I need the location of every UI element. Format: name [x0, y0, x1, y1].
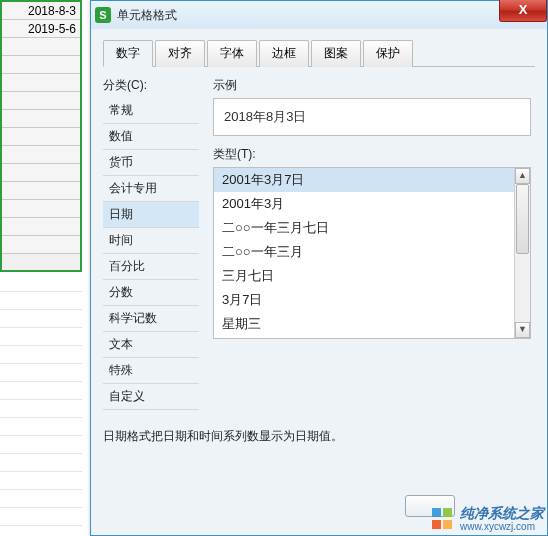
cell[interactable]: [2, 38, 80, 56]
category-label: 分类(C):: [103, 77, 199, 94]
category-item-percentage[interactable]: 百分比: [103, 254, 199, 280]
tab-alignment[interactable]: 对齐: [155, 40, 205, 67]
tab-font[interactable]: 字体: [207, 40, 257, 67]
cell[interactable]: [2, 92, 80, 110]
format-cells-dialog: S 单元格格式 X 数字 对齐 字体 边框 图案 保护 分类(C): 常规 数值…: [90, 0, 548, 536]
scroll-track[interactable]: [515, 184, 530, 322]
type-item[interactable]: 星期三: [214, 312, 514, 336]
category-item-custom[interactable]: 自定义: [103, 384, 199, 410]
cell[interactable]: [2, 56, 80, 74]
app-icon: S: [95, 7, 111, 23]
type-item[interactable]: 二○○一年三月七日: [214, 216, 514, 240]
cell[interactable]: [2, 182, 80, 200]
category-item-general[interactable]: 常规: [103, 98, 199, 124]
cell[interactable]: [2, 200, 80, 218]
cell[interactable]: [2, 218, 80, 236]
watermark-name: 纯净系统之家: [460, 506, 544, 521]
tab-protection[interactable]: 保护: [363, 40, 413, 67]
cell[interactable]: [2, 236, 80, 254]
cell[interactable]: 2019-5-6: [2, 20, 80, 38]
type-item[interactable]: 二○○一年三月: [214, 240, 514, 264]
type-item[interactable]: 3月7日: [214, 288, 514, 312]
sample-label: 示例: [213, 77, 531, 94]
category-item-accounting[interactable]: 会计专用: [103, 176, 199, 202]
titlebar[interactable]: S 单元格格式 X: [91, 1, 547, 29]
category-item-currency[interactable]: 货币: [103, 150, 199, 176]
type-item[interactable]: 2001年3月7日: [214, 168, 514, 192]
type-list-scrollbar[interactable]: ▲ ▼: [514, 168, 530, 338]
type-list[interactable]: 2001年3月7日 2001年3月 二○○一年三月七日 二○○一年三月 三月七日…: [213, 167, 531, 339]
cell[interactable]: 2018-8-3: [2, 2, 80, 20]
cell[interactable]: [2, 74, 80, 92]
category-list[interactable]: 常规 数值 货币 会计专用 日期 时间 百分比 分数 科学记数 文本 特殊 自定…: [103, 98, 199, 410]
close-button[interactable]: X: [499, 0, 547, 22]
category-item-number[interactable]: 数值: [103, 124, 199, 150]
type-item[interactable]: 2001年3月: [214, 192, 514, 216]
sample-value: 2018年8月3日: [213, 98, 531, 136]
cell[interactable]: [2, 110, 80, 128]
type-label: 类型(T):: [213, 146, 531, 163]
watermark: 纯净系统之家 www.xycwzj.com: [432, 506, 544, 532]
category-item-fraction[interactable]: 分数: [103, 280, 199, 306]
cell[interactable]: [2, 146, 80, 164]
tab-border[interactable]: 边框: [259, 40, 309, 67]
type-item[interactable]: 三月七日: [214, 264, 514, 288]
watermark-logo-icon: [432, 508, 454, 530]
format-description: 日期格式把日期和时间系列数显示为日期值。: [103, 428, 535, 445]
category-item-time[interactable]: 时间: [103, 228, 199, 254]
scroll-down-icon[interactable]: ▼: [515, 322, 530, 338]
category-item-date[interactable]: 日期: [103, 202, 199, 228]
category-item-scientific[interactable]: 科学记数: [103, 306, 199, 332]
scroll-thumb[interactable]: [516, 184, 529, 254]
category-item-text[interactable]: 文本: [103, 332, 199, 358]
watermark-url: www.xycwzj.com: [460, 521, 544, 532]
cell[interactable]: [2, 128, 80, 146]
scroll-up-icon[interactable]: ▲: [515, 168, 530, 184]
dialog-title: 单元格格式: [117, 7, 177, 24]
cell[interactable]: [2, 164, 80, 182]
category-item-special[interactable]: 特殊: [103, 358, 199, 384]
tab-number[interactable]: 数字: [103, 40, 153, 67]
tab-strip: 数字 对齐 字体 边框 图案 保护: [103, 39, 535, 67]
tab-pattern[interactable]: 图案: [311, 40, 361, 67]
spreadsheet-area[interactable]: [0, 274, 82, 536]
spreadsheet-selection[interactable]: 2018-8-3 2019-5-6: [0, 0, 82, 272]
